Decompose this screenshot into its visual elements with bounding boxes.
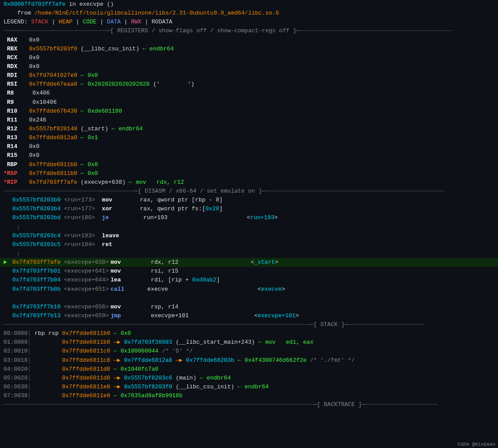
disasm-run186: 0x5557bf8203bd <run+186> je run+193 <run… — [0, 213, 498, 222]
legend-line: LEGEND: STACK | HEAP | CODE | DATA | RWX… — [0, 18, 498, 27]
disasm-execvpe659: 0x7fd703ff7b13 <execvpe+659> jmp execvpe… — [0, 311, 498, 320]
stack-row-0: 00:0000 │ rbp rsp 0x7ffdde6811b0 ← 0x0 — [0, 329, 498, 338]
disasm-run177: 0x5557bf8203b4 <run+177> xor rax, qword … — [0, 205, 498, 213]
library-path: from /home/N1nE/ctf/tools/glibcallinone/… — [0, 9, 498, 18]
disasm-execvpe641: 0x7fd703ff7b01 <execvpe+641> mov rsi, r1… — [0, 267, 498, 276]
stack-row-1: 01:0008 │ 0x7ffdde6811b8 —▶ 0x7fd703f380… — [0, 338, 498, 347]
stack-row-3: 03:0018 │ 0x7ffdde6811c8 —▶ 0x7ffdde6812… — [0, 356, 498, 365]
reg-r13: R13 0x7ffdde6812a0 ← 0x1 — [0, 133, 498, 142]
reg-rax: RAX 0x0 — [0, 36, 498, 45]
stack-row-4: 04:0020 │ 0x7ffdde6811d0 ← 0x1040fc7a0 — [0, 365, 498, 374]
watermark: CSDN @N1nEmAn — [455, 441, 498, 448]
disasm-arrow2: ↓ — [0, 249, 498, 258]
reg-rsi: RSI 0x7ffdde67eaa0 ← 0x2020202020202020 … — [0, 80, 498, 89]
reg-rbp: RBP 0x7ffdde6811b0 ← 0x0 — [0, 160, 498, 169]
reg-r11: R11 0x246 — [0, 116, 498, 125]
reg-r9: R9 0x10406 — [0, 98, 498, 107]
stack-row-7: 07:0038 │ 0x7ffdde6811e8 ← 0x7635ad8af8b… — [0, 391, 498, 400]
reg-rbx: RBX 0x5557bf8203f0 (__libc_csu_init) ← e… — [0, 45, 498, 53]
reg-rdx: RDX 0x0 — [0, 62, 498, 71]
stack-row-6: 06:0030 │ 0x7ffdde6811e0 —▶ 0x5557bf8203… — [0, 383, 498, 391]
disasm-execvpe644: 0x7fd703ff7b04 <execvpe+644> lea rdi, [r… — [0, 276, 498, 285]
stack-row-2: 02:0010 │ 0x7ffdde6811c0 ← 0x100000044 /… — [0, 347, 498, 356]
disasm-run194: 0x5557bf8203c5 <run+194> ret — [0, 240, 498, 249]
disasm-arrow1: ↓ — [0, 223, 498, 232]
terminal-window: 0x00007fd703ff7afe in execvpe () from /h… — [0, 0, 498, 448]
reg-rip: *RIP 0x7fd703ff7afe (execvpe+638) ← mov … — [0, 178, 498, 187]
disasm-current: ► 0x7fd703ff7afe <execvpe+638> mov rdx, … — [0, 258, 498, 267]
registers-header: ───────────────────────────────[ REGISTE… — [0, 27, 498, 35]
disasm-execvpe651: 0x7fd703ff7b0b <execvpe+651> call execve… — [0, 285, 498, 294]
reg-rsp: *RSP 0x7ffdde6811b0 ← 0x0 — [0, 169, 498, 178]
disasm-run193: 0x5557bf8203c4 <run+193> leave — [0, 232, 498, 240]
reg-r12: R12 0x5557bf820140 (_start) ← endbr64 — [0, 125, 498, 133]
reg-rdi: RDI 0x7fd7041027e0 ← 0x0 — [0, 71, 498, 80]
reg-r10: R10 0x7ffdde676430 ← 0xde681180 — [0, 107, 498, 116]
reg-r14: R14 0x0 — [0, 142, 498, 151]
reg-r15: R15 0x0 — [0, 151, 498, 160]
disasm-header: ───────────────────────────────────────[… — [0, 187, 498, 196]
stack-row-5: 05:0028 │ 0x7ffdde6811d8 —▶ 0x5557bf8203… — [0, 374, 498, 383]
reg-rcx: RCX 0x0 — [0, 53, 498, 62]
disasm-blank — [0, 294, 498, 303]
stack-header: ────────────────────────────────────────… — [0, 320, 498, 329]
backtrace-header: ────────────────────────────────────────… — [0, 400, 498, 409]
disasm-execvpe656: 0x7fd703ff7b10 <execvpe+656> mov rsp, r1… — [0, 303, 498, 311]
exec-location: 0x00007fd703ff7afe in execvpe () — [0, 0, 498, 9]
disasm-run173: 0x5557bf8203b0 <run+173> mov rax, qword … — [0, 196, 498, 205]
reg-r8: R8 0x406 — [0, 89, 498, 98]
